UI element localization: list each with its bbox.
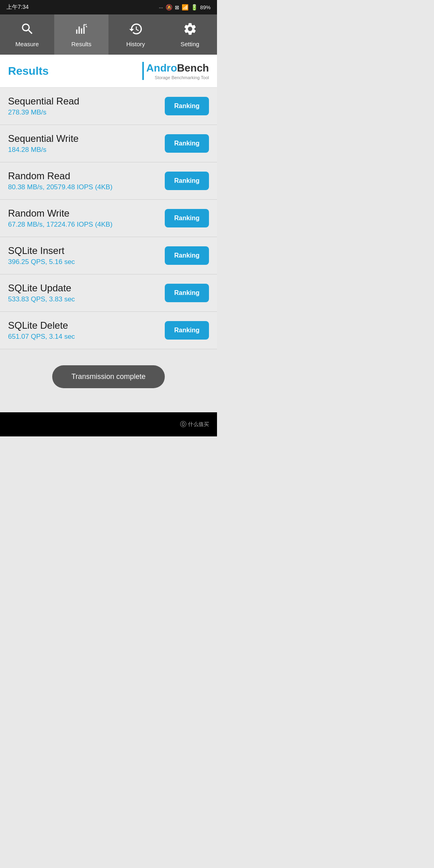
ranking-button[interactable]: Ranking: [165, 321, 209, 340]
ranking-button[interactable]: Ranking: [165, 172, 209, 190]
wifi-icon: 📶: [182, 4, 188, 10]
ranking-button[interactable]: Ranking: [165, 284, 209, 302]
benchmark-value: 184.28 MB/s: [8, 146, 165, 154]
benchmark-info: SQLite Insert 396.25 QPS, 5.16 sec: [8, 245, 165, 266]
battery-percent: 89%: [200, 4, 211, 10]
brand-name: AndroBench: [146, 62, 209, 74]
benchmark-name: SQLite Insert: [8, 245, 165, 256]
benchmark-value: 651.07 QPS, 3.14 sec: [8, 333, 165, 341]
results-icon: [74, 22, 89, 38]
benchmark-value: 533.83 QPS, 3.83 sec: [8, 295, 165, 303]
tab-history-label: History: [126, 41, 145, 47]
benchmark-value: 67.28 MB/s, 17224.76 IOPS (4KB): [8, 221, 165, 229]
tab-setting-label: Setting: [180, 41, 199, 47]
benchmark-info: Sequential Write 184.28 MB/s: [8, 133, 165, 154]
benchmark-info: Random Read 80.38 MB/s, 20579.48 IOPS (4…: [8, 170, 165, 191]
page-title: Results: [8, 65, 49, 78]
benchmark-name: Sequential Write: [8, 133, 165, 144]
watermark-icon: ⓪: [180, 420, 186, 429]
benchmark-value: 278.39 MB/s: [8, 108, 165, 117]
status-bar: 上午7:34 ··· 🔕 ⊠ 📶 🔋 89%: [0, 0, 217, 14]
brand-separator: [142, 62, 144, 80]
benchmark-row: Sequential Read 278.39 MB/s Ranking: [0, 88, 217, 125]
message-icon: ⊠: [175, 4, 179, 10]
history-icon: [129, 22, 143, 38]
setting-icon: [183, 22, 197, 38]
ranking-button[interactable]: Ranking: [165, 97, 209, 115]
results-header: Results AndroBench Storage Benchmarking …: [0, 55, 217, 88]
tab-results[interactable]: Results: [54, 14, 108, 55]
benchmark-row: Random Write 67.28 MB/s, 17224.76 IOPS (…: [0, 200, 217, 237]
signal-dots: ···: [159, 4, 163, 10]
measure-icon: [20, 22, 35, 38]
benchmark-name: SQLite Delete: [8, 320, 165, 331]
nav-tabs: Measure Results History Setting: [0, 14, 217, 55]
mute-icon: 🔕: [166, 4, 172, 10]
watermark-text: 什么值买: [188, 421, 209, 428]
benchmark-name: Random Write: [8, 208, 165, 219]
benchmark-list: Sequential Read 278.39 MB/s Ranking Sequ…: [0, 88, 217, 349]
benchmark-name: SQLite Update: [8, 283, 165, 294]
tab-history[interactable]: History: [108, 14, 163, 55]
benchmark-name: Random Read: [8, 170, 165, 182]
toast-message: Transmission complete: [52, 365, 165, 388]
benchmark-info: SQLite Delete 651.07 QPS, 3.14 sec: [8, 320, 165, 341]
benchmark-value: 80.38 MB/s, 20579.48 IOPS (4KB): [8, 183, 165, 191]
bottom-bar: ⓪ 什么值买: [0, 412, 217, 436]
benchmark-info: Random Write 67.28 MB/s, 17224.76 IOPS (…: [8, 208, 165, 229]
watermark: ⓪ 什么值买: [180, 420, 209, 429]
status-time: 上午7:34: [6, 4, 29, 11]
benchmark-info: SQLite Update 533.83 QPS, 3.83 sec: [8, 283, 165, 303]
battery-icon: 🔋: [191, 4, 198, 10]
benchmark-name: Sequential Read: [8, 96, 165, 107]
ranking-button[interactable]: Ranking: [165, 209, 209, 227]
benchmark-row: SQLite Delete 651.07 QPS, 3.14 sec Ranki…: [0, 312, 217, 349]
ranking-button[interactable]: Ranking: [165, 134, 209, 153]
brand-subtitle: Storage Benchmarking Tool: [146, 75, 209, 80]
status-icons: ··· 🔕 ⊠ 📶 🔋 89%: [159, 4, 211, 10]
tab-results-label: Results: [71, 41, 91, 47]
benchmark-row: SQLite Update 533.83 QPS, 3.83 sec Ranki…: [0, 274, 217, 312]
benchmark-row: SQLite Insert 396.25 QPS, 5.16 sec Ranki…: [0, 237, 217, 274]
tab-setting[interactable]: Setting: [163, 14, 217, 55]
benchmark-row: Sequential Write 184.28 MB/s Ranking: [0, 125, 217, 162]
tab-measure[interactable]: Measure: [0, 14, 54, 55]
brand-logo: AndroBench Storage Benchmarking Tool: [142, 62, 209, 80]
ranking-button[interactable]: Ranking: [165, 246, 209, 265]
benchmark-info: Sequential Read 278.39 MB/s: [8, 96, 165, 117]
toast-container: Transmission complete: [0, 349, 217, 412]
benchmark-value: 396.25 QPS, 5.16 sec: [8, 258, 165, 266]
benchmark-row: Random Read 80.38 MB/s, 20579.48 IOPS (4…: [0, 162, 217, 200]
tab-measure-label: Measure: [15, 41, 39, 47]
